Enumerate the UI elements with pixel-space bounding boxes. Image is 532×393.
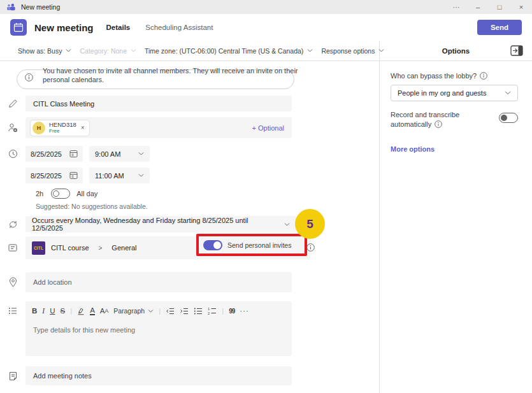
font-size-button[interactable]: AA [100, 307, 108, 315]
info-icon [306, 243, 315, 252]
page-title: New meeting [34, 22, 94, 33]
meeting-form: Show as: Busy Category: None Time zone: … [0, 41, 379, 393]
channel-icon [0, 236, 25, 259]
annotation-step-badge: 5 [295, 209, 325, 239]
info-icon [435, 120, 442, 128]
chevron-down-icon [131, 49, 136, 52]
show-as-dropdown[interactable]: Show as: Busy [18, 47, 71, 55]
meeting-toolbar: Show as: Busy Category: None Time zone: … [0, 41, 379, 61]
remove-attendee-button[interactable]: × [81, 124, 85, 131]
breadcrumb-separator: > [99, 245, 103, 252]
font-color-button[interactable]: A [90, 307, 95, 315]
start-time-dropdown[interactable]: 9:00 AM [89, 146, 150, 162]
channel-invite-banner: You have chosen to invite all channel me… [17, 69, 294, 89]
agenda-list-icon [0, 301, 25, 356]
send-button[interactable]: Send [477, 20, 522, 35]
blockquote-button[interactable]: 99 [229, 308, 234, 315]
paragraph-dropdown[interactable]: Paragraph [113, 307, 154, 315]
attendee-status: Free [49, 128, 76, 134]
category-dropdown[interactable]: Category: None [80, 47, 136, 55]
attendees-input[interactable]: H HEND318 Free × + Optional [25, 117, 292, 138]
meeting-title-input[interactable]: CITL Class Meeting [25, 96, 292, 111]
end-time-dropdown[interactable]: 11:00 AM [89, 168, 150, 183]
end-date-input[interactable]: 8/25/2025 [25, 168, 83, 183]
banner-message: You have chosen to invite all channel me… [43, 67, 300, 84]
send-personal-invites-label: Send personal invites [227, 241, 291, 249]
location-pin-icon [0, 272, 25, 292]
info-icon [480, 72, 487, 80]
suggested-times-text: Suggested: No suggestions available. [0, 203, 379, 211]
add-attendees-icon [0, 117, 25, 138]
attendee-name: HEND318 [49, 122, 76, 128]
lobby-label: Who can bypass the lobby? [391, 72, 477, 80]
chevron-down-icon [138, 174, 144, 177]
tab-details[interactable]: Details [106, 24, 131, 31]
calendar-icon [10, 19, 27, 36]
location-input[interactable]: Add location [25, 272, 292, 292]
record-toggle[interactable] [499, 113, 518, 123]
lobby-select[interactable]: People in my org and guests [391, 85, 518, 101]
duration-label: 2h [36, 190, 43, 197]
all-day-label: All day [76, 190, 97, 197]
clock-icon [0, 146, 25, 162]
team-name: CITL course [51, 244, 89, 252]
tab-scheduling-assistant[interactable]: Scheduling Assistant [145, 24, 213, 31]
chevron-down-icon [284, 223, 290, 226]
chevron-down-icon [66, 49, 71, 52]
add-optional-attendees-button[interactable]: + Optional [252, 124, 284, 132]
editor-toolbar: B I U S | A AA Paragraph | [25, 301, 292, 320]
repeat-icon [0, 216, 25, 232]
window-close-button[interactable]: × [510, 0, 532, 14]
details-textarea[interactable]: Type details for this new meeting [25, 320, 292, 356]
response-options-dropdown[interactable]: Response options [321, 47, 384, 55]
start-date-input[interactable]: 8/25/2025 [25, 146, 83, 162]
attendee-chip[interactable]: H HEND318 Free × [31, 120, 89, 136]
numbered-list-button[interactable]: 12 [208, 307, 217, 315]
more-options-link[interactable]: More options [391, 145, 518, 153]
teams-app-icon [6, 3, 16, 11]
indent-button[interactable] [180, 308, 189, 315]
toolbar-divider: | [70, 307, 72, 315]
notes-icon [0, 366, 25, 385]
chevron-down-icon [138, 152, 144, 155]
options-panel: Options Who can bypass the lobby? People… [379, 41, 532, 393]
collapse-panel-icon[interactable] [510, 45, 523, 56]
window-title: New meeting [21, 3, 60, 11]
pencil-icon [0, 96, 25, 111]
italic-button[interactable]: I [42, 307, 45, 315]
options-title: Options [442, 47, 470, 55]
avatar: H [32, 122, 45, 134]
highlight-button[interactable] [77, 307, 85, 315]
editor-more-button[interactable]: ··· [240, 307, 249, 315]
window-more-button[interactable]: ··· [445, 0, 467, 14]
window-minimize-button[interactable]: – [467, 0, 489, 14]
window-maximize-button[interactable]: □ [489, 0, 510, 14]
record-label: Record and transcribe automatically [391, 110, 459, 129]
channel-name: General [111, 244, 136, 252]
calendar-picker-icon [69, 150, 78, 158]
underline-button[interactable]: U [50, 307, 55, 315]
outdent-button[interactable] [166, 308, 175, 315]
bold-button[interactable]: B [32, 307, 37, 315]
details-editor: B I U S | A AA Paragraph | [25, 301, 292, 356]
team-avatar: CITL [32, 241, 45, 255]
send-personal-invites-toggle[interactable] [203, 240, 222, 250]
svg-text:2: 2 [208, 311, 210, 315]
info-icon [25, 73, 33, 82]
highlight-red-box: Send personal invites [196, 234, 307, 256]
timezone-dropdown[interactable]: Time zone: (UTC-06:00) Central Time (US … [145, 47, 313, 55]
all-day-toggle[interactable] [51, 189, 70, 199]
chevron-down-icon [307, 49, 313, 52]
meeting-notes-input[interactable]: Add meeting notes [25, 366, 292, 385]
recurrence-dropdown[interactable]: Occurs every Monday, Wednesday and Frida… [25, 216, 296, 232]
bullet-list-button[interactable] [194, 308, 203, 315]
strikethrough-button[interactable]: S [60, 307, 65, 315]
toolbar-divider: | [222, 307, 224, 315]
svg-text:1: 1 [208, 307, 210, 311]
calendar-picker-icon [69, 171, 78, 180]
window-titlebar: New meeting ··· – □ × [0, 0, 532, 14]
toolbar-divider: | [159, 307, 161, 315]
chevron-down-icon [505, 91, 511, 95]
chevron-down-icon [148, 310, 154, 313]
meeting-header: New meeting Details Scheduling Assistant… [0, 14, 532, 41]
